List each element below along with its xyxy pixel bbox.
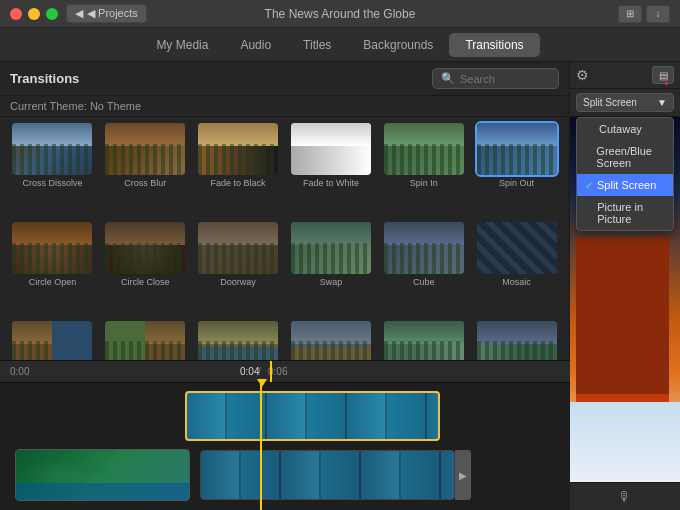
tab-audio[interactable]: Audio (224, 33, 287, 57)
video-clip-selected[interactable] (185, 391, 440, 441)
dropdown-item-split-screen[interactable]: ✓ Split Screen (577, 174, 673, 196)
transition-spin-out[interactable]: Spin Out (472, 123, 561, 218)
dropdown-item-cutaway[interactable]: Cutaway (577, 118, 673, 140)
tab-my-media[interactable]: My Media (140, 33, 224, 57)
minimize-button[interactable] (28, 8, 40, 20)
theme-label: Current Theme: No Theme (0, 96, 569, 117)
share-icon-btn[interactable]: ↓ (646, 5, 670, 23)
check-icon: ✓ (585, 180, 593, 191)
timeline-area: 0:00 0:04 / 0:06 (0, 360, 570, 510)
close-button[interactable] (10, 8, 22, 20)
preview-house-roof (576, 394, 670, 402)
transition-fade-white[interactable]: Fade to White (287, 123, 376, 218)
handle-arrow-icon: ▶ (459, 470, 467, 481)
transition-cube[interactable]: Cube (379, 222, 468, 317)
toolbar: My Media Audio Titles Backgrounds Transi… (0, 28, 680, 62)
timeline-tracks: ▶ (0, 383, 570, 509)
timeline-playhead-head (257, 379, 267, 387)
transition-cross-blur[interactable]: Cross Blur (101, 123, 190, 218)
search-icon: 🔍 (441, 72, 455, 85)
dropdown-item-pip[interactable]: Picture in Picture (577, 196, 673, 230)
world-map-clip[interactable] (15, 449, 190, 501)
transition-mosaic[interactable]: Mosaic (472, 222, 561, 317)
search-box[interactable]: 🔍 (432, 68, 559, 89)
playhead-marker (270, 361, 272, 382)
timeline-start: 0:00 (10, 366, 29, 377)
microphone-icon[interactable]: 🎙 (618, 489, 632, 505)
projects-button[interactable]: ◀ ◀ Projects (66, 4, 147, 23)
traffic-lights (0, 8, 58, 20)
maximize-button[interactable] (46, 8, 58, 20)
import-icon-btn[interactable]: ⊞ (618, 5, 642, 23)
transition-doorway[interactable]: Doorway (194, 222, 283, 317)
transition-circle-close[interactable]: Circle Close (101, 222, 190, 317)
transition-swap[interactable]: Swap (287, 222, 376, 317)
settings-icon[interactable]: ⚙ (576, 67, 589, 83)
panel-header: Transitions 🔍 (0, 62, 569, 96)
panel-title: Transitions (10, 71, 79, 86)
window-title: The News Around the Globe (265, 7, 416, 21)
lower-track: ▶ (10, 449, 560, 501)
titlebar: ◀ ◀ Projects ⊞ ↓ The News Around the Glo… (0, 0, 680, 28)
world-ocean-bottom (16, 483, 189, 501)
transition-circle-open[interactable]: Circle Open (8, 222, 97, 317)
projects-label: ◀ Projects (87, 7, 138, 20)
preview-snow (570, 402, 680, 482)
chevron-left-icon: ◀ (75, 7, 83, 20)
waterfall-clip-dividers (201, 451, 454, 499)
transition-fade-black[interactable]: Fade to Black (194, 123, 283, 218)
tab-transitions[interactable]: Transitions (449, 33, 539, 57)
chevron-down-icon: ▼ (657, 97, 667, 108)
transition-cross-dissolve[interactable]: Cross Dissolve (8, 123, 97, 218)
tab-backgrounds[interactable]: Backgrounds (347, 33, 449, 57)
tab-titles[interactable]: Titles (287, 33, 347, 57)
time-divider: / (258, 366, 261, 377)
titlebar-icons: ⊞ ↓ (618, 5, 680, 23)
upper-track (185, 391, 560, 441)
clip-end-handle[interactable]: ▶ (455, 450, 471, 500)
search-input[interactable] (460, 73, 550, 85)
red-arrow-indicator: ↓ (662, 71, 670, 89)
playhead-time: 0:04 (240, 366, 259, 377)
mic-area: 🎙 (570, 482, 680, 510)
right-panel: ⚙ ▤ Split Screen ▼ ↓ Cutaway Green/B (570, 62, 680, 510)
split-screen-dropdown[interactable]: Split Screen ▼ (576, 93, 674, 112)
waterfall-clip[interactable] (200, 450, 455, 500)
timeline-ruler: 0:00 0:04 / 0:06 (0, 361, 570, 383)
preview-house-body (576, 237, 670, 401)
dropdown-container: Split Screen ▼ ↓ Cutaway Green/Blue Scre… (570, 89, 680, 117)
dropdown-selected-label: Split Screen (583, 97, 637, 108)
transition-spin-in[interactable]: Spin In (379, 123, 468, 218)
dropdown-item-green-blue[interactable]: Green/Blue Screen (577, 140, 673, 174)
dropdown-menu: Cutaway Green/Blue Screen ✓ Split Screen… (576, 117, 674, 231)
video-clip-pattern (187, 393, 438, 439)
